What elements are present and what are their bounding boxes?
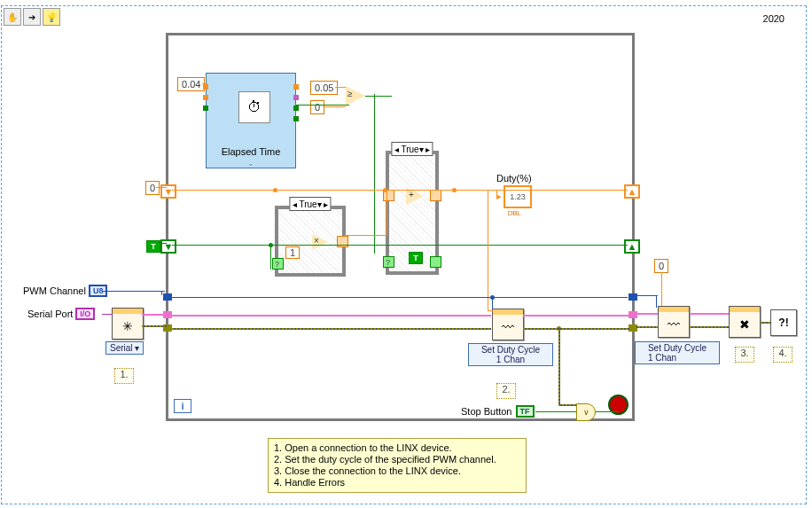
sparkle-icon: ✳ bbox=[113, 314, 143, 339]
wire bbox=[172, 297, 628, 298]
wire bbox=[690, 313, 729, 315]
case-structure-inner[interactable]: ◂ True ▾ ▸ ? 1 × bbox=[275, 206, 346, 277]
wire bbox=[270, 245, 271, 270]
linx-set-duty-1-poly-label: Set Duty Cycle 1 Chan bbox=[481, 345, 540, 364]
linx-open-poly-label: Serial bbox=[110, 343, 133, 353]
const-one[interactable]: 1 bbox=[285, 246, 300, 259]
help-line-1: 1. Open a connection to the LINX device. bbox=[274, 442, 520, 454]
highlight-exec-icon[interactable]: 💡 bbox=[43, 8, 60, 26]
shift-register-right-green: ▲ bbox=[624, 239, 640, 254]
wire bbox=[492, 297, 493, 309]
stop-button-label: Stop Button bbox=[461, 406, 512, 417]
wire bbox=[365, 96, 392, 97]
stopwatch-icon: ⏱ bbox=[238, 91, 270, 123]
wire bbox=[523, 328, 629, 330]
case-structure-outer[interactable]: ◂ True ▾ ▸ ? + T bbox=[386, 151, 439, 275]
wire bbox=[635, 313, 658, 315]
annotation-1: 1. bbox=[114, 368, 134, 384]
elapsed-time-vi[interactable]: ⏱ Elapsed Time ⌄ bbox=[206, 73, 296, 168]
pwm-wave-icon: 〰 bbox=[659, 312, 689, 337]
case-inner-selector[interactable]: ◂ True ▾ ▸ bbox=[289, 197, 331, 211]
wire bbox=[488, 190, 488, 310]
case-outer-selector[interactable]: ◂ True ▾ ▸ bbox=[391, 142, 433, 156]
help-line-3: 3. Close the connection to the LINX devi… bbox=[274, 465, 520, 477]
wire bbox=[635, 326, 658, 328]
pan-tool-icon[interactable]: ✋ bbox=[4, 8, 21, 26]
block-diagram-frame: ✋ ➔ 💡 2020 PWM Channel U8 Serial Port I/… bbox=[1, 5, 807, 504]
case-outer-bool-const: T bbox=[409, 252, 423, 264]
run-arrow-icon[interactable]: ➔ bbox=[23, 8, 41, 26]
linx-close-subvi[interactable]: ✖ bbox=[729, 306, 761, 338]
wire bbox=[523, 315, 629, 317]
wire bbox=[172, 190, 628, 191]
case-outer-bool-out bbox=[430, 256, 441, 268]
help-line-2: 2. Set the duty cycle of the specified P… bbox=[274, 454, 520, 465]
error-handler-subvi[interactable]: ?! bbox=[770, 309, 797, 336]
const-limit-low[interactable]: 0 bbox=[310, 100, 324, 114]
serial-port-dtype: I/O bbox=[75, 308, 95, 320]
help-line-4: 4. Handle Errors bbox=[274, 477, 520, 488]
wire bbox=[690, 326, 729, 328]
wire bbox=[496, 190, 497, 197]
wire bbox=[488, 310, 493, 311]
pwm-channel-label: PWM Channel bbox=[23, 285, 86, 296]
wire bbox=[172, 328, 491, 330]
chevron-left-icon[interactable]: ◂ bbox=[291, 199, 299, 209]
add-glyph: + bbox=[409, 190, 414, 199]
duty-indicator-value: 1.23 bbox=[504, 185, 532, 208]
chevron-right-icon[interactable]: ▸ bbox=[424, 145, 432, 154]
linx-set-duty-2-poly[interactable]: Set Duty Cycle 1 Chan bbox=[635, 341, 720, 364]
wire bbox=[142, 314, 168, 316]
toolbar: ✋ ➔ 💡 bbox=[4, 8, 60, 26]
duty-indicator[interactable]: Duty(%) ▸ 1.23 DBL bbox=[496, 173, 532, 217]
wire bbox=[761, 322, 771, 324]
wire bbox=[172, 315, 491, 317]
chevron-down-icon[interactable]: ⌄ bbox=[207, 159, 295, 168]
wire bbox=[656, 295, 657, 308]
wire bbox=[558, 328, 560, 404]
tunnel-blue-left bbox=[163, 293, 172, 301]
case-outer-label: True bbox=[401, 145, 418, 154]
wire bbox=[142, 325, 168, 327]
pwm-channel-control[interactable]: PWM Channel U8 bbox=[23, 285, 107, 297]
elapsed-time-label: Elapsed Time bbox=[207, 146, 295, 157]
wire bbox=[102, 314, 113, 315]
annotation-4: 4. bbox=[773, 347, 792, 363]
chevron-left-icon[interactable]: ◂ bbox=[393, 145, 401, 154]
error-icon: ?! bbox=[771, 310, 796, 335]
const-init-0[interactable]: 0 bbox=[145, 181, 160, 195]
while-loop: ▼ ▼ ▲ ▲ 0.04 bbox=[166, 33, 635, 421]
const-time-target[interactable]: 0.04 bbox=[177, 77, 205, 91]
const-close-zero[interactable]: 0 bbox=[654, 259, 668, 273]
shift-register-left-green: ▼ bbox=[160, 239, 176, 254]
annotation-2: 2. bbox=[496, 383, 516, 399]
pwm-wave-icon: 〰 bbox=[493, 315, 523, 340]
linx-set-duty-2-subvi[interactable]: 〰 bbox=[658, 306, 690, 338]
wire bbox=[335, 87, 346, 88]
linx-open-subvi[interactable]: ✳ bbox=[112, 308, 144, 340]
case-outer-out bbox=[430, 190, 441, 201]
linx-open-poly-selector[interactable]: Serial▾ bbox=[105, 341, 144, 355]
wire bbox=[103, 291, 165, 292]
linx-set-duty-1-subvi[interactable]: 〰 bbox=[492, 309, 524, 340]
ge-glyph: ≥ bbox=[347, 89, 353, 98]
serial-port-control[interactable]: Serial Port I/O bbox=[27, 308, 95, 320]
close-x-icon: ✖ bbox=[730, 312, 760, 337]
chevron-right-icon[interactable]: ▸ bbox=[322, 199, 330, 209]
wire bbox=[661, 272, 662, 306]
wire bbox=[172, 245, 628, 246]
or-fn[interactable]: ∨ bbox=[576, 403, 596, 421]
wire bbox=[344, 235, 386, 236]
diagram-id: 2020 bbox=[763, 13, 785, 24]
const-limit-high[interactable]: 0.05 bbox=[310, 81, 338, 95]
wire bbox=[386, 191, 387, 235]
wire bbox=[558, 404, 576, 406]
case-inner-out bbox=[337, 236, 348, 247]
wire bbox=[161, 291, 162, 295]
linx-set-duty-1-poly[interactable]: Set Duty Cycle 1 Chan bbox=[468, 343, 553, 366]
serial-port-label: Serial Port bbox=[27, 309, 73, 319]
wire bbox=[374, 94, 375, 254]
stop-button-control[interactable]: Stop Button TF bbox=[461, 405, 535, 418]
wire bbox=[635, 295, 658, 296]
wire bbox=[323, 106, 346, 107]
